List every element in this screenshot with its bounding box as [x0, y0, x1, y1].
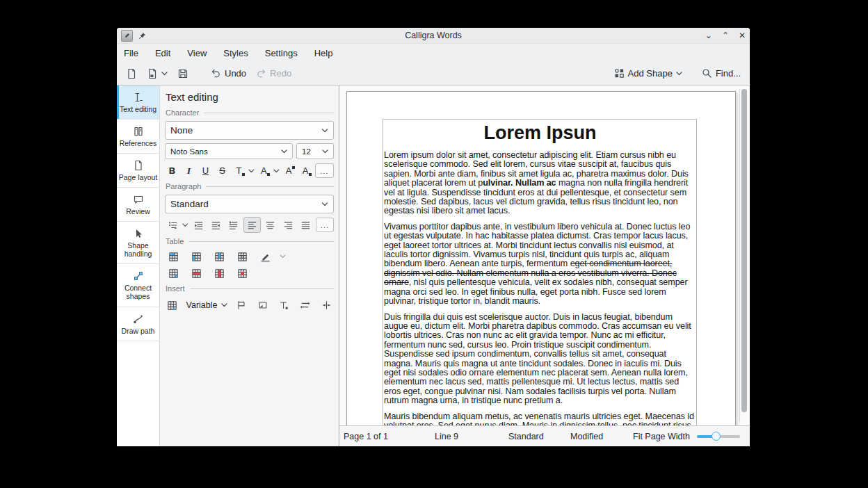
menu-styles[interactable]: Styles — [223, 48, 248, 58]
delete-column-button[interactable] — [211, 266, 227, 280]
delete-row-button[interactable] — [188, 266, 204, 280]
menu-edit[interactable]: Edit — [155, 48, 170, 58]
tab-connect-shapes[interactable]: Connect shapes — [117, 264, 159, 307]
align-left-button[interactable] — [243, 217, 260, 233]
minimize-button[interactable]: ⌄ — [705, 31, 712, 40]
highlight-dropdown-icon[interactable] — [273, 169, 280, 173]
list-style-button[interactable] — [165, 218, 180, 232]
find-button[interactable]: Find... — [698, 66, 744, 81]
line-indicator: Line 9 — [435, 432, 458, 441]
subscript-button[interactable]: A — [298, 164, 313, 178]
indent-more-button[interactable] — [191, 218, 206, 232]
tab-draw-path[interactable]: Draw path — [117, 307, 159, 341]
highlight-color-button[interactable]: A — [257, 164, 271, 178]
italic-button[interactable]: I — [182, 164, 196, 178]
superscript-button[interactable]: A — [282, 164, 296, 178]
insert-column-right-button[interactable] — [234, 250, 250, 263]
border-style-dropdown-icon[interactable] — [280, 254, 286, 259]
font-family-select[interactable]: Noto Sans — [165, 143, 293, 159]
tab-text-editing[interactable]: Text editing — [117, 86, 159, 120]
insert-break-button[interactable] — [319, 298, 335, 312]
first-line-indent-button[interactable] — [226, 218, 241, 232]
document-canvas[interactable]: Lorem Ipsun Lorem ipsum dolor sit amet, … — [339, 86, 750, 425]
section-insert: Insert — [166, 284, 185, 293]
bookmark-button[interactable] — [234, 298, 249, 312]
undo-button[interactable]: Undo — [207, 66, 250, 81]
chevron-down-icon — [221, 303, 227, 307]
open-document-icon — [147, 68, 158, 79]
new-document-button[interactable] — [122, 66, 140, 81]
insert-column-left-button[interactable] — [211, 250, 227, 263]
document-page[interactable]: Lorem Ipsun Lorem ipsum dolor sit amet, … — [346, 91, 736, 425]
align-right-button[interactable] — [280, 218, 296, 232]
underline-button[interactable]: U — [198, 164, 213, 178]
paragraph[interactable]: Mauris bibendum aliquam metus, ac venena… — [384, 412, 696, 425]
indent-less-icon — [211, 220, 221, 230]
indent-less-button[interactable] — [208, 218, 223, 232]
edit-table-borders-button[interactable] — [257, 250, 273, 263]
character-more-button[interactable]: ... — [315, 163, 334, 178]
maximize-button[interactable]: ⌃ — [722, 31, 729, 40]
vertical-scrollbar[interactable] — [739, 89, 748, 422]
align-center-button[interactable] — [263, 218, 278, 232]
chevron-down-icon[interactable] — [161, 72, 168, 76]
character-style-select[interactable]: None — [165, 121, 334, 140]
insert-row-above-button[interactable] — [165, 250, 182, 263]
tab-shape-handling[interactable]: Shape handling — [117, 222, 159, 264]
tab-page-layout[interactable]: Page layout — [117, 154, 159, 188]
variable-dropdown[interactable]: Variable — [186, 300, 228, 310]
text-color-button[interactable]: T — [232, 164, 246, 178]
close-button[interactable]: ✕ — [739, 31, 746, 40]
references-icon — [133, 126, 144, 137]
paragraph-more-button[interactable]: ... — [316, 218, 334, 232]
paragraph[interactable]: Lorem ipsum dolor sit amet, consectetur … — [384, 151, 696, 216]
insert-row-below-button[interactable] — [188, 250, 204, 263]
split-cells-button[interactable] — [165, 266, 182, 280]
first-line-indent-icon — [228, 220, 239, 230]
insert-table-button[interactable] — [165, 298, 180, 312]
tab-references[interactable]: References — [117, 120, 159, 154]
redo-button[interactable]: Redo — [252, 66, 295, 81]
text-insert-icon — [279, 300, 289, 310]
titlebar[interactable]: Calligra Words ⌄ ⌃ ✕ — [117, 28, 750, 44]
list-dropdown-icon[interactable] — [182, 223, 188, 227]
horizontal-arrows-icon — [300, 300, 310, 310]
document-area: Lorem Ipsun Lorem ipsum dolor sit amet, … — [339, 86, 750, 446]
insert-text-variable-button[interactable] — [276, 298, 291, 312]
cursor-arrow-icon — [133, 228, 144, 239]
text-color-dropdown-icon[interactable] — [248, 169, 255, 173]
add-shape-button[interactable]: Add Shape — [611, 66, 686, 81]
text-frame[interactable]: Lorem Ipsun Lorem ipsum dolor sit amet, … — [383, 119, 697, 425]
strikethrough-button[interactable]: S — [215, 164, 230, 178]
paragraph[interactable]: Vivamus porttitor dapibus ante, in vesti… — [384, 222, 696, 307]
scrollbar-thumb[interactable] — [741, 89, 747, 412]
bold-button[interactable]: B — [165, 164, 179, 178]
menu-view[interactable]: View — [187, 48, 207, 58]
zoom-slider[interactable] — [697, 432, 740, 441]
font-size-select[interactable]: 12 — [296, 143, 334, 159]
menu-settings[interactable]: Settings — [265, 48, 298, 58]
insert-space-button[interactable] — [298, 298, 313, 312]
connector-icon — [133, 270, 144, 282]
style-indicator[interactable]: Standard — [508, 432, 544, 441]
zoom-mode-label[interactable]: Fit Page Width — [633, 432, 690, 441]
page-indicator[interactable]: Page 1 of 1 — [344, 432, 388, 441]
section-table: Table — [166, 237, 184, 245]
menu-help[interactable]: Help — [314, 48, 333, 58]
open-document-button[interactable] — [143, 66, 171, 81]
save-button[interactable] — [174, 66, 192, 81]
tab-review[interactable]: Review — [117, 188, 159, 222]
menu-file[interactable]: File — [124, 48, 138, 58]
delete-table-button[interactable] — [234, 266, 250, 280]
paragraph[interactable]: Duis fringilla dui quis est scelerisque … — [384, 313, 696, 406]
align-justify-button[interactable] — [298, 218, 313, 232]
add-shape-icon — [614, 68, 625, 79]
paragraph-style-select[interactable]: Standard — [165, 195, 334, 213]
section-paragraph: Paragraph — [166, 182, 201, 190]
zoom-slider-handle[interactable] — [712, 432, 721, 441]
comment-bubble-icon — [133, 194, 144, 205]
redo-label: Redo — [270, 68, 291, 79]
section-button[interactable] — [255, 298, 271, 312]
document-heading[interactable]: Lorem Ipsun — [384, 122, 696, 144]
document-paragraphs[interactable]: Lorem ipsum dolor sit amet, consectetur … — [384, 151, 696, 425]
